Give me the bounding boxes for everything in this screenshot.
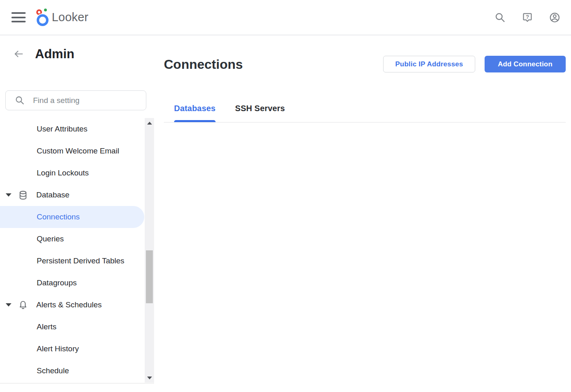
caret-down-icon[interactable] bbox=[6, 193, 11, 197]
scroll-up-arrow[interactable] bbox=[145, 119, 154, 127]
sidebar-item-alert-history[interactable]: Alert History bbox=[0, 338, 144, 360]
sidebar-item-login-lockouts[interactable]: Login Lockouts bbox=[0, 162, 144, 184]
sidebar-item-label: Alerts bbox=[37, 322, 57, 331]
sidebar-item-label: Datagroups bbox=[37, 278, 77, 287]
sidebar-item-label: Alert History bbox=[37, 344, 79, 353]
connections-tabs: Databases SSH Servers bbox=[164, 103, 566, 123]
database-icon bbox=[18, 190, 28, 200]
sidebar-item-alerts-schedules[interactable]: Alerts & Schedules bbox=[0, 294, 144, 316]
search-icon[interactable] bbox=[494, 12, 506, 23]
sidebar-item-datagroups[interactable]: Datagroups bbox=[0, 272, 144, 294]
sidebar-item-label: Custom Welcome Email bbox=[37, 147, 119, 155]
sidebar-item-label: Login Lockouts bbox=[37, 169, 89, 177]
looker-logo[interactable]: Looker bbox=[36, 8, 88, 26]
sidebar-item-schedule[interactable]: Schedule bbox=[0, 360, 144, 382]
sidebar-item-connections[interactable]: Connections bbox=[0, 206, 144, 228]
admin-settings-nav: User Attributes Custom Welcome Email Log… bbox=[0, 118, 154, 382]
tab-ssh-servers[interactable]: SSH Servers bbox=[235, 103, 285, 122]
sidebar-item-label: Schedule bbox=[37, 366, 69, 375]
sidebar-item-label: Connections bbox=[37, 212, 80, 221]
search-input[interactable] bbox=[33, 96, 135, 105]
connections-page: Connections Public IP Addresses Add Conn… bbox=[154, 35, 571, 392]
public-ip-addresses-button[interactable]: Public IP Addresses bbox=[383, 56, 475, 72]
sidebar-item-alerts[interactable]: Alerts bbox=[0, 316, 144, 338]
sidebar-scrollbar[interactable] bbox=[145, 118, 154, 383]
sidebar-bottom-divider bbox=[0, 383, 154, 383]
looker-logo-icon bbox=[36, 8, 49, 26]
sidebar-item-label: Database bbox=[36, 191, 69, 199]
sidebar-item-custom-welcome-email[interactable]: Custom Welcome Email bbox=[0, 140, 144, 162]
add-connection-button[interactable]: Add Connection bbox=[485, 56, 566, 72]
caret-down-icon[interactable] bbox=[6, 303, 11, 307]
sidebar-item-queries[interactable]: Queries bbox=[0, 228, 144, 250]
back-arrow-icon[interactable] bbox=[13, 49, 24, 59]
sidebar-item-label: Alerts & Schedules bbox=[36, 300, 102, 309]
top-app-bar: Looker ? bbox=[0, 0, 571, 35]
tab-databases[interactable]: Databases bbox=[174, 103, 216, 122]
svg-text:?: ? bbox=[526, 13, 529, 20]
page-title: Connections bbox=[164, 58, 243, 71]
bell-icon bbox=[18, 300, 28, 310]
sidebar-title: Admin bbox=[35, 48, 74, 60]
admin-sidebar: Admin User Attributes Custom Welcome Ema… bbox=[0, 35, 154, 392]
help-icon[interactable]: ? bbox=[522, 12, 533, 23]
sidebar-item-label: Queries bbox=[37, 234, 64, 243]
sidebar-item-database[interactable]: Database bbox=[0, 184, 144, 206]
account-icon[interactable] bbox=[549, 12, 560, 23]
app-name: Looker bbox=[52, 11, 88, 24]
sidebar-item-user-attributes[interactable]: User Attributes bbox=[0, 118, 144, 140]
scroll-down-arrow[interactable] bbox=[145, 374, 154, 382]
scrollbar-thumb[interactable] bbox=[146, 250, 153, 303]
find-setting-search[interactable] bbox=[5, 90, 146, 110]
search-icon bbox=[15, 95, 25, 105]
hamburger-menu-icon[interactable] bbox=[11, 12, 26, 22]
sidebar-item-label: Persistent Derived Tables bbox=[37, 256, 124, 265]
sidebar-item-label: User Attributes bbox=[37, 125, 88, 134]
sidebar-item-persistent-derived-tables[interactable]: Persistent Derived Tables bbox=[0, 250, 144, 272]
